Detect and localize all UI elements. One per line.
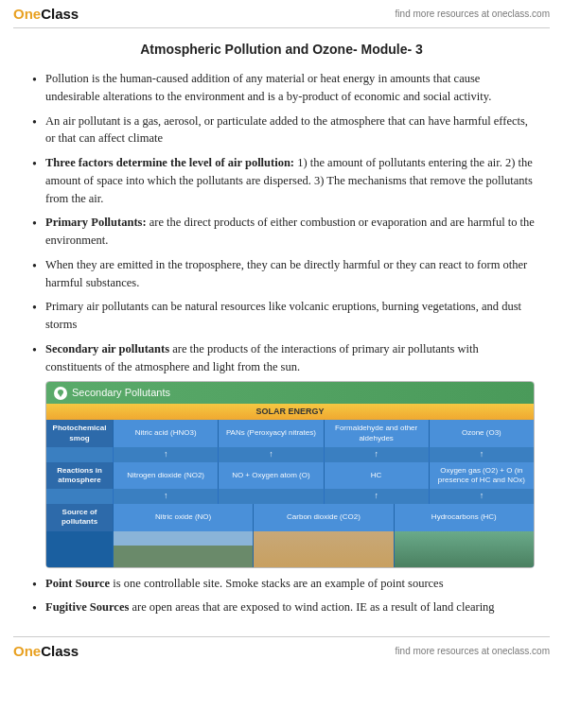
bullet-list: Pollution is the human-caused addition o… [28, 70, 535, 616]
photo-forest [395, 531, 534, 567]
list-item: Primary air pollutants can be natural re… [28, 298, 535, 334]
list-item-fugitive: Fugitive Sources are open areas that are… [28, 598, 535, 616]
photo-mountain [114, 531, 253, 567]
sec-row-3: Source of pollutants Nitric oxide (NO) C… [46, 504, 534, 531]
sec-img-header: Secondary Pollutants [46, 382, 534, 404]
row2-cell1: Nitrogen dioxide (NO2) [114, 462, 218, 490]
arrow-row-2: ↑ ↑ ↑ [46, 489, 534, 504]
sun-band: SOLAR ENERGY [46, 404, 534, 421]
bullet-text: Pollution is the human-caused addition o… [45, 72, 491, 103]
list-item: An air pollutant is a gas, aerosol, or p… [28, 113, 535, 148]
row2-label: Reactions in atmosphere [46, 462, 113, 490]
bullet-bold: Primary Pollutants: [45, 216, 147, 229]
arrow-row-1: ↑ ↑ ↑ ↑ [46, 447, 534, 462]
secondary-pollutants-image: Secondary Pollutants SOLAR ENERGY Photoc… [45, 381, 535, 567]
logo-top: OneClass [13, 6, 79, 22]
row2-cell4: Oxygen gas (O2) + O (in presence of HC a… [430, 462, 534, 490]
point-source-bold: Point Source [45, 577, 110, 590]
bullet-bold: Three factors determine the level of air… [45, 156, 294, 169]
fugitive-text: are open areas that are exposed to wind … [129, 600, 494, 614]
row1-cell1: Nitric acid (HNO3) [114, 420, 218, 447]
tagline-top: find more resources at oneclass.com [396, 9, 550, 19]
row1-cell2: PANs (Peroxyacyl nitrates) [219, 420, 323, 447]
row3-label: Source of pollutants [46, 504, 113, 531]
fugitive-bold: Fugitive Sources [45, 600, 129, 614]
row3-cell3: Hydrocarbons (HC) [395, 504, 534, 531]
sec-header-text: Secondary Pollutants [72, 385, 170, 401]
list-item: When they are emitted in the troposphere… [28, 256, 535, 292]
logo-bottom: OneClass [13, 643, 79, 659]
page-title: Atmospheric Pollution and Ozone- Module-… [28, 42, 535, 57]
sec-row-2: Reactions in atmosphere Nitrogen dioxide… [46, 462, 534, 490]
list-item-point-source: Point Source is one controllable site. S… [28, 575, 535, 593]
row1-cell4: Ozone (O3) [430, 420, 534, 447]
main-content: Atmospheric Pollution and Ozone- Module-… [0, 28, 563, 636]
row2-cell2: NO + Oxygen atom (O) [219, 462, 323, 490]
photo-blank [46, 531, 113, 567]
logo-class-bottom: Class [41, 643, 79, 659]
logo-class: Class [41, 6, 79, 22]
list-item: Pollution is the human-caused addition o… [28, 70, 535, 106]
row1-cell3: Formaldehyde and other aldehydes [325, 420, 429, 447]
logo-one-bottom: One [13, 643, 41, 659]
point-source-text: is one controllable site. Smoke stacks a… [110, 577, 443, 590]
list-item-secondary: Secondary air pollutants are the product… [28, 340, 535, 568]
list-item: Primary Pollutants: are the direct produ… [28, 214, 535, 250]
row3-cell1: Nitric oxide (NO) [114, 504, 253, 531]
top-bar: OneClass find more resources at oneclass… [0, 0, 563, 27]
row1-label: Photochemical smog [46, 420, 113, 447]
bullet-bold: Secondary air pollutants [45, 342, 169, 355]
bullet-text: An air pollutant is a gas, aerosol, or p… [45, 114, 528, 146]
bullet-text: Primary air pollutants can be natural re… [45, 300, 521, 331]
row3-cell2: Carbon dioxide (CO2) [254, 504, 393, 531]
tagline-bottom: find more resources at oneclass.com [396, 646, 550, 656]
logo-one: One [13, 6, 41, 22]
bottom-bar: OneClass find more resources at oneclass… [0, 637, 563, 665]
leaf-icon [54, 387, 67, 400]
bullet-text: When they are emitted in the troposphere… [45, 258, 527, 289]
photo-strip [46, 531, 534, 567]
list-item: Three factors determine the level of air… [28, 154, 535, 207]
sec-row-1: Photochemical smog Nitric acid (HNO3) PA… [46, 420, 534, 447]
row2-cell3: HC [325, 462, 429, 490]
photo-desert [254, 531, 393, 567]
